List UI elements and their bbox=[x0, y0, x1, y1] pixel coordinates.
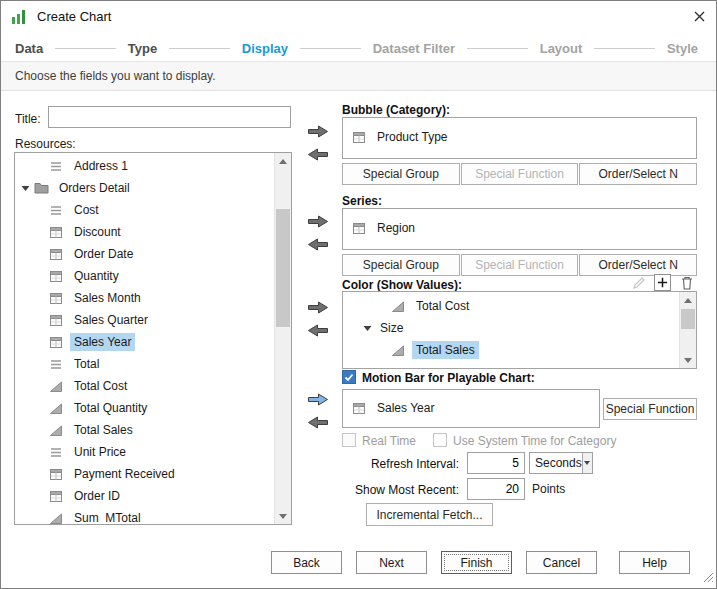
trend-field-icon bbox=[49, 424, 64, 437]
item-label: Sales Year bbox=[70, 333, 135, 351]
wizard-subtitle: Choose the fields you want to display. bbox=[1, 62, 716, 91]
bubble-field-label: Product Type bbox=[373, 128, 452, 146]
motion-field-item[interactable]: Sales Year bbox=[343, 397, 599, 419]
item-label: Address 1 bbox=[70, 157, 132, 175]
show-most-recent-label: Show Most Recent: bbox=[342, 483, 459, 497]
step-dataset-filter[interactable]: Dataset Filter bbox=[373, 41, 455, 56]
list-item-address-1[interactable]: Address 1 bbox=[15, 155, 274, 177]
close-icon[interactable] bbox=[682, 1, 716, 31]
scroll-up-icon[interactable] bbox=[680, 292, 696, 308]
help-button[interactable]: Help bbox=[619, 551, 690, 574]
grid-field-icon bbox=[49, 468, 64, 481]
bubble-move-right-arrow[interactable] bbox=[307, 124, 331, 140]
series-move-left-arrow[interactable] bbox=[307, 237, 331, 253]
bubble-move-left-arrow[interactable] bbox=[307, 147, 331, 163]
system-time-label: Use System Time for Category bbox=[453, 434, 616, 448]
list-item-sales-year[interactable]: Sales Year bbox=[15, 331, 274, 353]
bubble-buttons: Special Group Special Function Order/Sel… bbox=[342, 163, 697, 185]
list-item-size[interactable]: Size bbox=[343, 317, 679, 339]
item-label: Orders Detail bbox=[55, 179, 134, 197]
incremental-fetch-button[interactable]: Incremental Fetch... bbox=[366, 503, 493, 526]
delete-icon[interactable] bbox=[678, 274, 695, 291]
folder-field-icon bbox=[34, 182, 49, 194]
list-item-cost[interactable]: Cost bbox=[15, 199, 274, 221]
series-field-item[interactable]: Region bbox=[343, 217, 696, 239]
chevron-down-icon[interactable] bbox=[21, 185, 34, 192]
list-item-quantity[interactable]: Quantity bbox=[15, 265, 274, 287]
grid-field-icon bbox=[49, 270, 64, 283]
chevron-down-icon[interactable] bbox=[582, 453, 592, 473]
grid-field-icon bbox=[49, 248, 64, 261]
finish-button[interactable]: Finish bbox=[441, 551, 512, 574]
step-connector bbox=[169, 48, 230, 49]
list-item-order-id[interactable]: Order ID bbox=[15, 485, 274, 507]
real-time-label: Real Time bbox=[362, 434, 416, 448]
motion-move-right-arrow[interactable] bbox=[307, 392, 331, 408]
special-group-button[interactable]: Special Group bbox=[342, 254, 460, 276]
step-style[interactable]: Style bbox=[667, 41, 698, 56]
step-data[interactable]: Data bbox=[15, 41, 43, 56]
step-connector bbox=[55, 48, 116, 49]
motion-field-label: Sales Year bbox=[373, 399, 438, 417]
list-item-payment-received[interactable]: Payment Received bbox=[15, 463, 274, 485]
motion-bar-checkbox[interactable] bbox=[342, 370, 356, 384]
item-label: Total Cost bbox=[412, 297, 473, 315]
color-move-right-arrow[interactable] bbox=[307, 300, 331, 316]
series-field-box: Region bbox=[342, 208, 697, 250]
step-display[interactable]: Display bbox=[242, 41, 288, 56]
item-label: Total Quantity bbox=[70, 399, 151, 417]
motion-bar-label: Motion Bar for Playable Chart: bbox=[362, 371, 535, 385]
order-select-n-button[interactable]: Order/Select N bbox=[579, 254, 697, 276]
list-item-sum-mtotal[interactable]: Sum_MTotal bbox=[15, 507, 274, 524]
order-select-n-button[interactable]: Order/Select N bbox=[579, 163, 697, 185]
special-group-button[interactable]: Special Group bbox=[342, 163, 460, 185]
scroll-down-icon[interactable] bbox=[275, 508, 291, 524]
special-function-button: Special Function bbox=[461, 254, 579, 276]
item-label: Unit Price bbox=[70, 443, 130, 461]
bubble-field-item[interactable]: Product Type bbox=[343, 126, 696, 148]
list-item-total-cost[interactable]: Total Cost bbox=[343, 295, 679, 317]
list-item-discount[interactable]: Discount bbox=[15, 221, 274, 243]
list-item-sales-quarter[interactable]: Sales Quarter bbox=[15, 309, 274, 331]
back-button[interactable]: Back bbox=[271, 551, 342, 574]
show-most-recent-input[interactable] bbox=[467, 478, 525, 500]
trend-field-icon bbox=[49, 380, 64, 393]
color-scrollbar[interactable] bbox=[679, 292, 696, 368]
item-label: Sales Month bbox=[70, 289, 145, 307]
cancel-button[interactable]: Cancel bbox=[526, 551, 597, 574]
step-type[interactable]: Type bbox=[128, 41, 157, 56]
item-label: Payment Received bbox=[70, 465, 179, 483]
scroll-up-icon[interactable] bbox=[275, 153, 291, 169]
step-layout[interactable]: Layout bbox=[540, 41, 583, 56]
chevron-down-icon[interactable] bbox=[363, 325, 376, 332]
list-item-orders-detail[interactable]: Orders Detail bbox=[15, 177, 274, 199]
list-item-unit-price[interactable]: Unit Price bbox=[15, 441, 274, 463]
list-item-total-cost[interactable]: Total Cost bbox=[15, 375, 274, 397]
title-label: Title: bbox=[15, 112, 41, 126]
list-item-order-date[interactable]: Order Date bbox=[15, 243, 274, 265]
list-item-sales-month[interactable]: Sales Month bbox=[15, 287, 274, 309]
color-list-box: Total CostSizeTotal Sales bbox=[342, 291, 697, 369]
scrollbar-thumb[interactable] bbox=[681, 309, 695, 329]
list-item-total-quantity[interactable]: Total Quantity bbox=[15, 397, 274, 419]
next-button[interactable]: Next bbox=[356, 551, 427, 574]
refresh-unit-select[interactable]: Seconds bbox=[529, 452, 593, 474]
title-input[interactable] bbox=[48, 106, 291, 128]
lines-field-icon bbox=[49, 446, 64, 459]
motion-move-left-arrow[interactable] bbox=[307, 415, 331, 431]
resize-grip[interactable] bbox=[701, 570, 714, 586]
tree-scrollbar[interactable] bbox=[274, 153, 291, 524]
window-title: Create Chart bbox=[37, 9, 111, 24]
add-icon[interactable] bbox=[654, 274, 671, 291]
color-move-left-arrow[interactable] bbox=[307, 323, 331, 339]
list-item-total-sales[interactable]: Total Sales bbox=[343, 339, 679, 361]
item-label: Size bbox=[376, 319, 407, 337]
refresh-interval-input[interactable] bbox=[467, 452, 525, 474]
scrollbar-thumb[interactable] bbox=[276, 209, 290, 327]
special-function-button[interactable]: Special Function bbox=[603, 398, 697, 420]
scroll-down-icon[interactable] bbox=[680, 352, 696, 368]
list-item-total-sales[interactable]: Total Sales bbox=[15, 419, 274, 441]
series-move-right-arrow[interactable] bbox=[307, 214, 331, 230]
grid-field-icon bbox=[352, 402, 367, 415]
list-item-total[interactable]: Total bbox=[15, 353, 274, 375]
